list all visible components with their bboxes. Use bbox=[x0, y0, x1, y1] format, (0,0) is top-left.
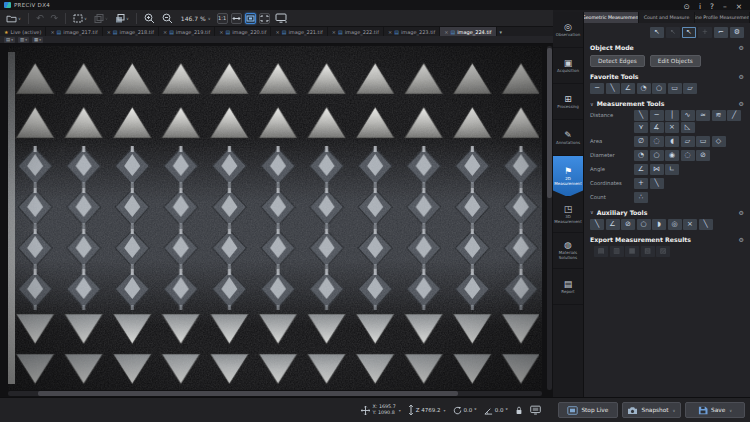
sidebar-item-observation[interactable]: ◎ Observation bbox=[553, 12, 583, 48]
tab-image-223[interactable]: × ▤ image_223.tif bbox=[384, 27, 440, 36]
dual-display-button[interactable] bbox=[530, 405, 541, 415]
cross-distance-icon[interactable]: × bbox=[665, 122, 679, 133]
circle-tool-icon[interactable]: ○ bbox=[652, 83, 666, 94]
specimen-image[interactable] bbox=[8, 46, 542, 390]
object-mode-settings-icon[interactable]: ⚙ bbox=[739, 44, 744, 51]
sidebar-item-processing[interactable]: ⊞ Processing bbox=[553, 84, 583, 120]
edit-objects-button[interactable]: Edit Objects bbox=[650, 55, 701, 67]
stage-position-readout[interactable]: X: 1695.7 Y: 1090.8 ▾ bbox=[361, 404, 400, 415]
overlay-button-2[interactable]: ▥▾ bbox=[18, 37, 29, 43]
aux-cross-icon[interactable]: × bbox=[683, 219, 697, 230]
move-tool-button[interactable]: + bbox=[698, 27, 712, 38]
tab-close-icon[interactable]: × bbox=[163, 29, 167, 35]
point-coordinate-icon[interactable]: + bbox=[634, 178, 648, 189]
info-icon[interactable]: i bbox=[699, 3, 701, 11]
help-icon[interactable]: ? bbox=[710, 3, 714, 11]
threepoint-distance-icon[interactable]: ⋎ bbox=[634, 122, 648, 133]
rectangle-tool-icon[interactable]: ▭ bbox=[668, 83, 682, 94]
vertical-scrollbar[interactable] bbox=[547, 46, 552, 390]
snapshot-button[interactable]: Snapshot ∨ bbox=[622, 402, 682, 418]
corner-measure-button[interactable]: ⌐ bbox=[714, 27, 728, 38]
parallel-distance-icon[interactable]: ≋ bbox=[712, 110, 726, 121]
select-tool-button[interactable]: ↖ bbox=[650, 27, 664, 38]
favorite-tools-settings-icon[interactable]: ⚙ bbox=[739, 73, 744, 80]
tool-settings-button[interactable]: ⚙ bbox=[730, 27, 744, 38]
sidebar-item-acquisition[interactable]: ▣ Acquisition bbox=[553, 48, 583, 84]
export-excel-icon[interactable]: ▥ bbox=[610, 246, 624, 257]
redo-button[interactable]: ↷ bbox=[48, 12, 60, 24]
aux-target-icon[interactable]: ◎ bbox=[668, 219, 682, 230]
circle-slash-diameter-icon[interactable]: ⊘ bbox=[696, 150, 710, 161]
export-copy-icon[interactable]: ▤ bbox=[594, 246, 608, 257]
undo-button[interactable]: ↶ bbox=[34, 12, 46, 24]
detect-edges-button[interactable]: Detect Edges bbox=[590, 55, 645, 67]
layers-button[interactable]: ∨ bbox=[113, 13, 131, 24]
edit-object-button[interactable]: ↖ bbox=[682, 27, 696, 38]
circle-diameter-icon[interactable]: ○ bbox=[650, 150, 664, 161]
angle-tool-icon[interactable]: ∠ bbox=[621, 83, 635, 94]
rectangle-area-icon[interactable]: ▭ bbox=[696, 136, 710, 147]
circle-3point-diameter-icon[interactable]: ◔ bbox=[634, 150, 648, 161]
polygon-tool-icon[interactable]: ▱ bbox=[683, 83, 697, 94]
vertical-distance-icon[interactable]: │ bbox=[665, 110, 679, 121]
actual-size-button[interactable]: 1:1 bbox=[217, 13, 228, 24]
zoom-in-button[interactable] bbox=[142, 12, 157, 25]
freehand-area-icon[interactable]: ◌ bbox=[650, 136, 664, 147]
panel-tab-count-and-measure[interactable]: Count and Measure bbox=[639, 12, 694, 23]
line-coordinate-icon[interactable]: ╲ bbox=[650, 178, 664, 189]
circle-fit-diameter-icon[interactable]: ◌ bbox=[681, 150, 695, 161]
aux-guide-icon[interactable]: ╲ bbox=[699, 219, 713, 230]
tab-close-icon[interactable]: × bbox=[388, 29, 392, 35]
aux-angle-icon[interactable]: ∠ bbox=[606, 219, 620, 230]
line-distance-icon[interactable]: ╲ bbox=[634, 110, 648, 121]
horizontal-scrollbar[interactable] bbox=[8, 391, 542, 396]
circle-center-diameter-icon[interactable]: ◉ bbox=[665, 150, 679, 161]
tab-close-icon[interactable]: × bbox=[275, 29, 279, 35]
angle-3point-icon[interactable]: ∠ bbox=[634, 164, 648, 175]
horizontal-scrollbar-thumb[interactable] bbox=[38, 391, 458, 396]
fit-width-button[interactable] bbox=[231, 13, 242, 24]
auxiliary-tools-settings-icon[interactable]: ⚙ bbox=[739, 209, 744, 216]
tab-image-220[interactable]: × ▤ image_220.tif bbox=[215, 27, 271, 36]
ruler-distance-icon[interactable]: ╱ bbox=[727, 110, 741, 121]
save-button[interactable]: Save ∨ bbox=[685, 402, 745, 418]
minimize-icon[interactable]: – bbox=[723, 3, 727, 11]
tab-image-218[interactable]: × ▤ image_218.tif bbox=[103, 27, 159, 36]
image-viewport[interactable] bbox=[0, 44, 553, 397]
vertical-scrollbar-thumb[interactable] bbox=[547, 48, 552, 198]
rotated-rect-area-icon[interactable]: ◇ bbox=[712, 136, 726, 147]
hline-tool-icon[interactable]: ─ bbox=[590, 83, 604, 94]
horizontal-distance-icon[interactable]: ─ bbox=[650, 110, 664, 121]
aux-circle-icon[interactable]: ○ bbox=[637, 219, 651, 230]
sidebar-item-3d-measurement[interactable]: ◳ 3D Measurement bbox=[553, 197, 583, 233]
tab-close-icon[interactable]: × bbox=[219, 29, 223, 35]
z-position-readout[interactable]: Z 4769.2 ▾ bbox=[408, 405, 446, 415]
zoom-level-select[interactable]: 146.7 % ∨ bbox=[178, 14, 214, 23]
fullscreen-button[interactable] bbox=[259, 13, 270, 24]
select-region-button[interactable]: ∨ bbox=[71, 13, 89, 24]
close-icon[interactable]: × bbox=[736, 3, 742, 11]
measurement-tools-settings-icon[interactable]: ⚙ bbox=[739, 100, 744, 107]
circle-3point-tool-icon[interactable]: ◔ bbox=[637, 83, 651, 94]
rotation-readout[interactable]: 0.0 ° bbox=[453, 406, 477, 415]
tab-close-icon[interactable]: × bbox=[50, 29, 54, 35]
add-selection-button[interactable]: ↖ bbox=[666, 27, 680, 38]
aux-arc-icon[interactable]: ◗ bbox=[652, 219, 666, 230]
collapse-icon[interactable]: ∨ bbox=[590, 101, 594, 107]
lock-button[interactable] bbox=[515, 406, 523, 415]
stop-live-button[interactable]: Stop Live bbox=[558, 402, 618, 418]
export-report-icon[interactable]: ▧ bbox=[641, 246, 655, 257]
display-settings-button[interactable] bbox=[273, 12, 289, 24]
tab-image-217[interactable]: × ▤ image_217.tif bbox=[46, 27, 102, 36]
tab-image-222[interactable]: × ▤ image_222.tif bbox=[328, 27, 384, 36]
angle-4line-icon[interactable]: ⋈ bbox=[650, 164, 664, 175]
chevron-down-icon[interactable]: ∨ bbox=[673, 408, 676, 413]
tab-image-221[interactable]: × ▤ image_221.tif bbox=[271, 27, 327, 36]
polygon-area-icon[interactable]: ▱ bbox=[681, 136, 695, 147]
tab-close-icon[interactable]: × bbox=[107, 29, 111, 35]
count-objects-icon[interactable]: ∴ bbox=[634, 192, 648, 203]
tab-image-219[interactable]: × ▤ image_219.tif bbox=[159, 27, 215, 36]
zoom-out-button[interactable] bbox=[160, 12, 175, 25]
sidebar-item-annotations[interactable]: ✎ Annotations bbox=[553, 120, 583, 156]
panel-tab-geometric-measurement[interactable]: Geometric Measurement bbox=[584, 12, 639, 23]
